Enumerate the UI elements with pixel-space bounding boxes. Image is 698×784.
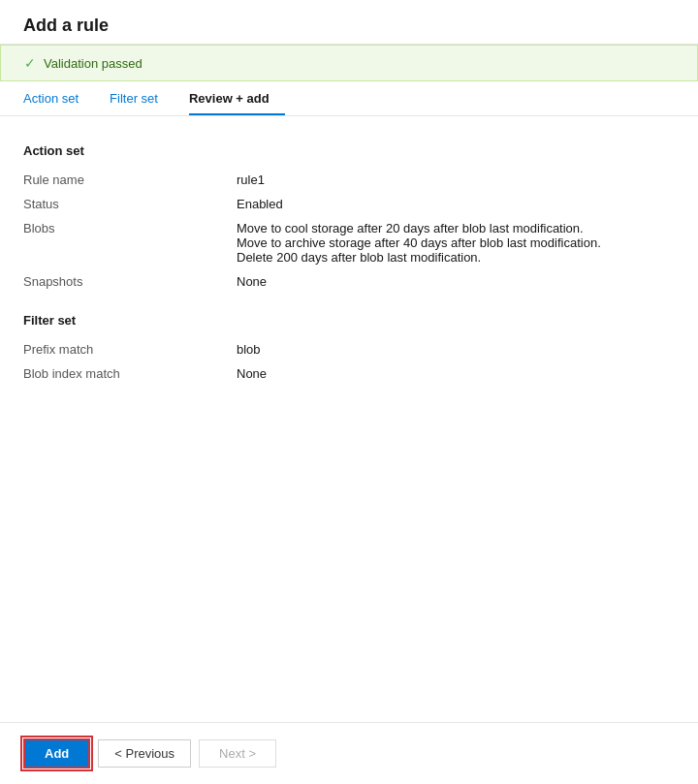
footer: Add < Previous Next >: [0, 722, 698, 784]
page-header: Add a rule: [0, 0, 698, 45]
page-container: Add a rule ✓ Validation passed Action se…: [0, 0, 698, 784]
label-status: Status: [23, 192, 237, 216]
label-prefix-match: Prefix match: [23, 337, 237, 361]
value-snapshots: None: [237, 269, 675, 294]
value-prefix-match: blob: [237, 337, 675, 361]
table-row: Blob index match None: [23, 361, 675, 386]
previous-button[interactable]: < Previous: [98, 739, 191, 768]
validation-text: Validation passed: [44, 56, 143, 71]
filter-set-table: Prefix match blob Blob index match None: [23, 337, 675, 386]
action-set-table: Rule name rule1 Status Enabled Blobs Mov…: [23, 168, 675, 294]
table-row: Rule name rule1: [23, 168, 675, 192]
next-button[interactable]: Next >: [199, 739, 276, 768]
value-blobs: Move to cool storage after 20 days after…: [237, 216, 675, 269]
table-row: Status Enabled: [23, 192, 675, 216]
value-blob-index-match: None: [237, 361, 675, 386]
label-rule-name: Rule name: [23, 168, 237, 192]
filter-set-title: Filter set: [23, 313, 675, 328]
label-snapshots: Snapshots: [23, 269, 237, 294]
tab-filter-set[interactable]: Filter set: [110, 81, 174, 115]
page-title: Add a rule: [23, 16, 675, 36]
validation-banner: ✓ Validation passed: [0, 45, 698, 81]
table-row: Prefix match blob: [23, 337, 675, 361]
check-icon: ✓: [24, 55, 36, 71]
add-button[interactable]: Add: [23, 738, 90, 768]
value-status: Enabled: [237, 192, 675, 216]
filter-set-section: Filter set Prefix match blob Blob index …: [23, 313, 675, 386]
value-rule-name: rule1: [237, 168, 675, 192]
tabs-bar: Action set Filter set Review + add: [0, 81, 698, 116]
label-blobs: Blobs: [23, 216, 237, 269]
table-row: Blobs Move to cool storage after 20 days…: [23, 216, 675, 269]
tab-review-add[interactable]: Review + add: [189, 81, 285, 115]
content-area: Action set Rule name rule1 Status Enable…: [0, 116, 698, 722]
label-blob-index-match: Blob index match: [23, 361, 237, 386]
action-set-section: Action set Rule name rule1 Status Enable…: [23, 143, 675, 294]
action-set-title: Action set: [23, 143, 675, 158]
tab-action-set[interactable]: Action set: [23, 81, 94, 115]
table-row: Snapshots None: [23, 269, 675, 294]
